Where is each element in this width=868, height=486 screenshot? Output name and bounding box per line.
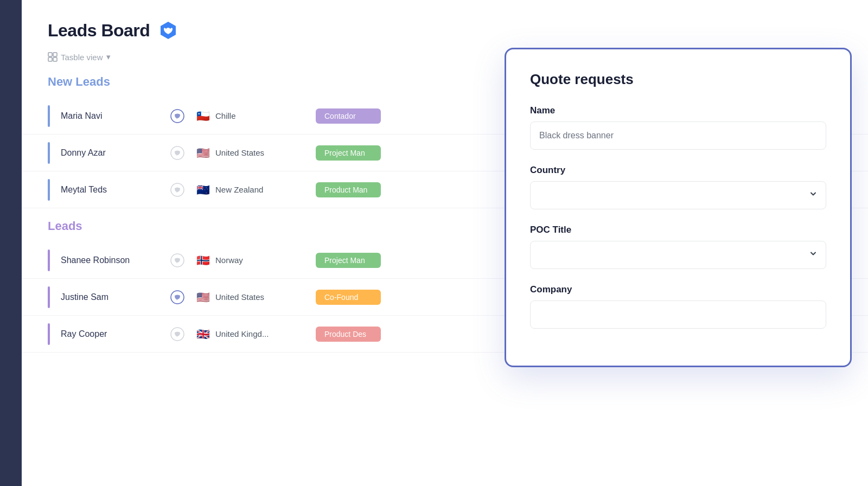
flag-container: 🇺🇸 United States bbox=[196, 148, 305, 158]
chat-icon-inactive bbox=[169, 326, 186, 342]
country-select[interactable]: United States United Kingdom Norway New … bbox=[530, 181, 826, 209]
country-label: Country bbox=[530, 165, 826, 176]
role-badge: Co-Found bbox=[316, 290, 381, 305]
lead-name: Donny Azar bbox=[61, 148, 158, 158]
flag-container: 🇬🇧 United Kingd... bbox=[196, 329, 305, 340]
poc-title-select-wrapper: Manager Director CEO Founder Product Man… bbox=[530, 241, 826, 269]
role-badge: Product Man bbox=[316, 182, 381, 197]
lead-indicator bbox=[48, 105, 50, 127]
salesforce-icon bbox=[157, 20, 179, 41]
name-field-group: Name bbox=[530, 105, 826, 150]
quote-requests-modal: Quote requests Name Country United State… bbox=[505, 48, 852, 367]
chevron-down-icon: ▾ bbox=[106, 52, 111, 62]
table-view-label: Tasble view bbox=[61, 53, 103, 62]
chat-icon bbox=[169, 289, 186, 305]
role-badge: Product Des bbox=[316, 327, 381, 342]
lead-indicator bbox=[48, 250, 50, 271]
role-badge: Project Man bbox=[316, 145, 381, 161]
flag-icon: 🇳🇿 bbox=[196, 184, 210, 195]
country-name: United Kingd... bbox=[215, 329, 269, 338]
lead-name: Meytal Teds bbox=[61, 185, 158, 195]
lead-indicator bbox=[48, 323, 50, 345]
country-name: United States bbox=[215, 292, 264, 302]
chat-icon-inactive bbox=[169, 182, 186, 198]
sidebar bbox=[0, 0, 22, 486]
company-label: Company bbox=[530, 284, 826, 295]
name-input[interactable] bbox=[530, 122, 826, 150]
flag-container: 🇳🇴 Norway bbox=[196, 255, 305, 266]
chat-icon-inactive bbox=[169, 252, 186, 268]
flag-icon: 🇳🇴 bbox=[196, 255, 210, 266]
svg-rect-4 bbox=[53, 57, 57, 61]
role-badge: Project Man bbox=[316, 253, 381, 268]
svg-rect-2 bbox=[53, 53, 57, 56]
main-content: Leads Board Tasble view ▾ New Leads Mari… bbox=[22, 0, 868, 486]
flag-container: 🇨🇱 Chille bbox=[196, 111, 305, 122]
poc-title-field-group: POC Title Manager Director CEO Founder P… bbox=[530, 225, 826, 269]
country-name: Norway bbox=[215, 255, 243, 265]
country-select-wrapper: United States United Kingdom Norway New … bbox=[530, 181, 826, 209]
header: Leads Board bbox=[22, 0, 868, 52]
svg-rect-1 bbox=[48, 53, 52, 56]
flag-icon: 🇬🇧 bbox=[196, 329, 210, 340]
poc-title-select[interactable]: Manager Director CEO Founder Product Man… bbox=[530, 241, 826, 269]
flag-icon: 🇺🇸 bbox=[196, 292, 210, 303]
flag-icon: 🇨🇱 bbox=[196, 111, 210, 122]
table-view-button[interactable]: Tasble view ▾ bbox=[48, 52, 111, 62]
lead-indicator bbox=[48, 179, 50, 201]
country-name: United States bbox=[215, 148, 264, 157]
lead-name: Justine Sam bbox=[61, 292, 158, 302]
page-title: Leads Board bbox=[48, 21, 150, 41]
name-label: Name bbox=[530, 105, 826, 116]
lead-name: Ray Cooper bbox=[61, 329, 158, 339]
role-badge: Contador bbox=[316, 108, 381, 124]
lead-name: Maria Navi bbox=[61, 111, 158, 121]
country-name: New Zealand bbox=[215, 185, 263, 194]
company-input[interactable] bbox=[530, 300, 826, 329]
modal-title: Quote requests bbox=[530, 71, 826, 88]
table-icon bbox=[48, 52, 58, 62]
chat-icon-inactive bbox=[169, 145, 186, 161]
lead-indicator bbox=[48, 286, 50, 308]
country-name: Chille bbox=[215, 111, 236, 120]
lead-name: Shanee Robinson bbox=[61, 255, 158, 265]
company-field-group: Company bbox=[530, 284, 826, 329]
country-field-group: Country United States United Kingdom Nor… bbox=[530, 165, 826, 209]
poc-title-label: POC Title bbox=[530, 225, 826, 235]
flag-container: 🇺🇸 United States bbox=[196, 292, 305, 303]
chat-icon bbox=[169, 108, 186, 124]
flag-icon: 🇺🇸 bbox=[196, 148, 210, 158]
lead-indicator bbox=[48, 142, 50, 164]
flag-container: 🇳🇿 New Zealand bbox=[196, 184, 305, 195]
svg-rect-3 bbox=[48, 57, 52, 61]
